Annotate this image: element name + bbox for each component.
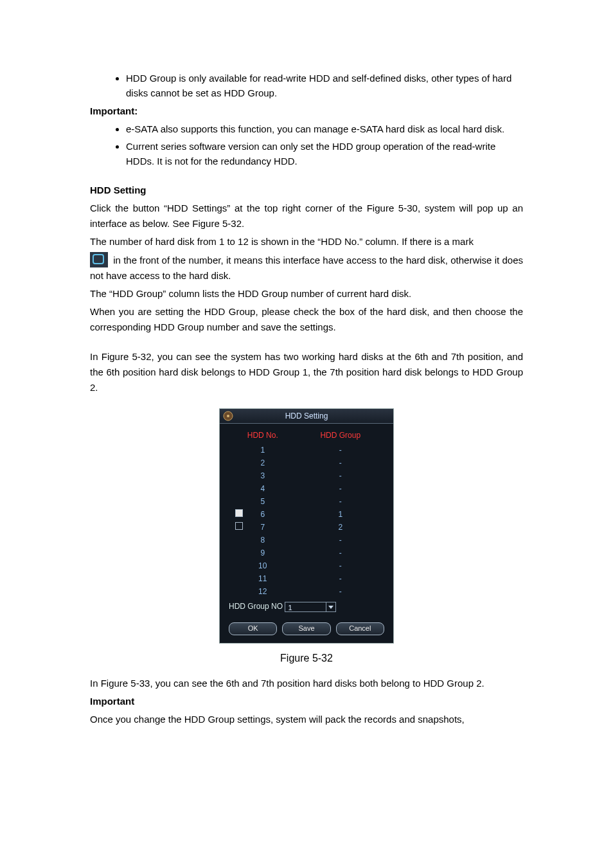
hdd-no-cell: 2 <box>229 457 297 469</box>
hdd-no-cell: 11 <box>229 572 297 585</box>
hdd-no-value: 12 <box>258 587 267 596</box>
hdd-group-cell: - <box>297 534 384 547</box>
paragraph: When you are setting the HDD Group, plea… <box>90 304 523 335</box>
list-item: HDD Group is only available for read-wri… <box>126 71 523 101</box>
hdd-table: HDD No. HDD Group 1-2-3-4-5-61728-9-10-1… <box>229 430 384 598</box>
dialog-title-text: HDD Setting <box>285 411 328 420</box>
hdd-no-value: 10 <box>258 561 267 570</box>
hdd-no-value: 11 <box>258 574 267 583</box>
hdd-group-no-select[interactable]: 1 <box>285 602 336 612</box>
table-row: 9- <box>229 547 384 559</box>
paragraph: Click the button “HDD Settings” at the t… <box>90 201 523 231</box>
hdd-no-cell: 1 <box>229 444 297 457</box>
checkbox-mark-icon <box>90 252 108 267</box>
cancel-button[interactable]: Cancel <box>336 622 384 635</box>
paragraph: The “HDD Group” column lists the HDD Gro… <box>90 286 523 302</box>
hdd-no-cell: 4 <box>229 482 297 495</box>
hdd-no-cell: 5 <box>229 495 297 508</box>
table-row: 2- <box>229 457 384 469</box>
table-row: 72 <box>229 521 384 534</box>
table-row: 61 <box>229 508 384 521</box>
paragraph: Once you change the HDD Group settings, … <box>90 712 523 727</box>
table-row: 10- <box>229 559 384 572</box>
top-bullet-list: HDD Group is only available for read-wri… <box>90 71 523 101</box>
hdd-group-cell: - <box>297 585 384 598</box>
hdd-no-value: 7 <box>260 523 265 532</box>
hdd-no-cell: 3 <box>229 469 297 482</box>
list-item-text: Current series software version can only… <box>126 141 495 167</box>
table-row: 8- <box>229 534 384 547</box>
hdd-no-cell: 7 <box>229 521 297 534</box>
table-row: 11- <box>229 572 384 585</box>
hdd-no-value: 5 <box>260 497 265 506</box>
figure-caption: Figure 5-32 <box>90 653 523 664</box>
dialog-titlebar: HDD Setting <box>220 409 393 424</box>
hdd-no-cell: 10 <box>229 559 297 572</box>
paragraph-with-icon: in the front of the number, it means thi… <box>90 252 523 284</box>
hdd-group-cell: - <box>297 495 384 508</box>
hdd-group-cell: - <box>297 572 384 585</box>
table-row: 3- <box>229 469 384 482</box>
table-row: 4- <box>229 482 384 495</box>
document-page: HDD Group is only available for read-wri… <box>0 0 613 768</box>
disk-icon <box>222 410 234 422</box>
hdd-no-cell: 6 <box>229 508 297 521</box>
column-header-hdd-no: HDD No. <box>229 430 297 444</box>
hdd-no-value: 8 <box>260 536 265 545</box>
list-item: Current series software version can only… <box>126 139 523 169</box>
hdd-group-cell: 1 <box>297 508 384 521</box>
hdd-no-cell: 8 <box>229 534 297 547</box>
paragraph: In Figure 5-32, you can see the system h… <box>90 349 523 395</box>
hdd-no-cell: 12 <box>229 585 297 598</box>
hdd-setting-dialog: HDD Setting HDD No. HDD Group 1-2-3-4-5-… <box>219 408 394 644</box>
list-item-text: HDD Group is only available for read-wri… <box>126 73 511 98</box>
svg-point-3 <box>227 415 229 417</box>
hdd-group-no-label: HDD Group NO <box>229 602 283 611</box>
hdd-group-cell: - <box>297 444 384 457</box>
hdd-no-value: 3 <box>260 471 265 480</box>
hdd-no-value: 9 <box>260 548 265 557</box>
table-row: 5- <box>229 495 384 508</box>
hdd-checkbox[interactable] <box>235 509 243 517</box>
hdd-no-cell: 9 <box>229 547 297 559</box>
list-item: e-SATA also supports this function, you … <box>126 122 523 136</box>
paragraph-text: in the front of the number, it means thi… <box>90 255 523 281</box>
hdd-no-value: 6 <box>260 510 265 519</box>
hdd-setting-heading: HDD Setting <box>90 183 523 198</box>
hdd-no-value: 2 <box>260 458 265 467</box>
hdd-group-cell: - <box>297 457 384 469</box>
hdd-group-cell: 2 <box>297 521 384 534</box>
hdd-no-value: 4 <box>260 484 265 493</box>
hdd-group-cell: - <box>297 482 384 495</box>
hdd-group-cell: - <box>297 547 384 559</box>
dialog-body: HDD No. HDD Group 1-2-3-4-5-61728-9-10-1… <box>220 424 393 643</box>
paragraph: The number of hard disk from 1 to 12 is … <box>90 234 523 249</box>
paragraph: In Figure 5-33, you can see the 6th and … <box>90 676 523 691</box>
list-item-text: e-SATA also supports this function, you … <box>126 123 504 134</box>
important-heading: Important: <box>90 104 523 119</box>
save-button[interactable]: Save <box>282 622 330 635</box>
important-heading-2: Important <box>90 694 523 709</box>
svg-marker-4 <box>328 606 333 609</box>
table-row: 1- <box>229 444 384 457</box>
select-value: 1 <box>288 604 292 611</box>
table-row: 12- <box>229 585 384 598</box>
ok-button[interactable]: OK <box>229 622 277 635</box>
hdd-group-no-row: HDD Group NO 1 <box>229 602 384 612</box>
hdd-checkbox[interactable] <box>235 522 243 530</box>
hdd-group-cell: - <box>297 559 384 572</box>
hdd-group-cell: - <box>297 469 384 482</box>
chevron-down-icon <box>326 602 335 611</box>
column-header-hdd-group: HDD Group <box>297 430 384 444</box>
important-bullet-list: e-SATA also supports this function, you … <box>90 122 523 169</box>
hdd-no-value: 1 <box>260 446 265 455</box>
dialog-buttons: OK Save Cancel <box>229 622 384 635</box>
